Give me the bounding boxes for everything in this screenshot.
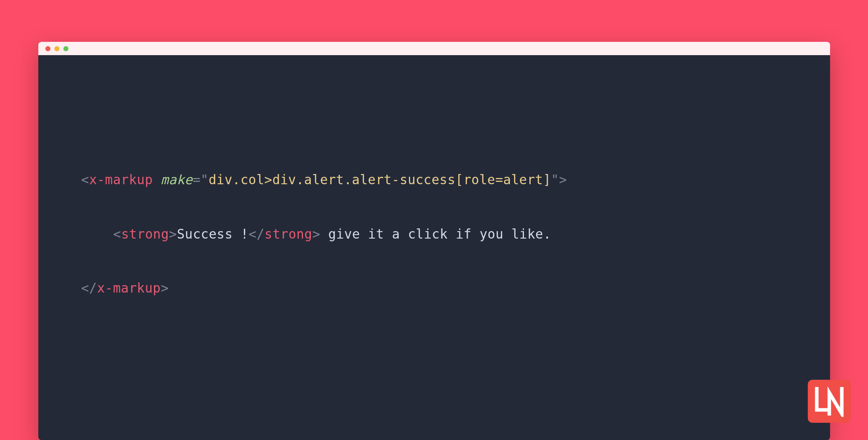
tag-strong-open: strong (121, 226, 169, 242)
bracket-close: > (161, 280, 169, 296)
code-editor: <x-markup make="div.col>div.alert.alert-… (38, 55, 830, 440)
attr-value: div.col>div.alert.alert-success[role=ale… (208, 172, 551, 187)
minimize-icon[interactable] (54, 46, 59, 51)
code-window: <x-markup make="div.col>div.alert.alert-… (38, 42, 830, 440)
quote-open: " (201, 172, 208, 187)
bracket-open: < (113, 226, 121, 242)
quote-close: " (551, 172, 559, 187)
attr-name: make (161, 172, 192, 187)
tag-name: x-markup (97, 280, 161, 296)
window-titlebar (38, 42, 830, 55)
close-icon[interactable] (45, 46, 50, 51)
code-line-3: </x-markup> (81, 275, 787, 302)
bracket-close: > (312, 226, 320, 242)
close-bracket-open: </ (81, 280, 97, 296)
bracket-close: > (559, 172, 567, 187)
code-content: <x-markup make="div.col>div.alert.alert-… (81, 139, 787, 356)
text-content: give it a click if you like. (320, 226, 551, 242)
brand-logo (808, 380, 851, 423)
code-line-1: <x-markup make="div.col>div.alert.alert-… (81, 166, 787, 193)
tag-name: x-markup (89, 172, 153, 187)
text-content: Success ! (177, 226, 248, 242)
bracket-close: > (169, 226, 177, 242)
bracket-open: < (81, 172, 89, 187)
code-line-2: <strong>Success !</strong> give it a cli… (81, 221, 787, 248)
equals: = (193, 172, 201, 187)
tag-strong-close: strong (265, 226, 312, 242)
ln-logo-icon (814, 386, 845, 417)
close-bracket-open: </ (249, 226, 265, 242)
maximize-icon[interactable] (63, 46, 68, 51)
